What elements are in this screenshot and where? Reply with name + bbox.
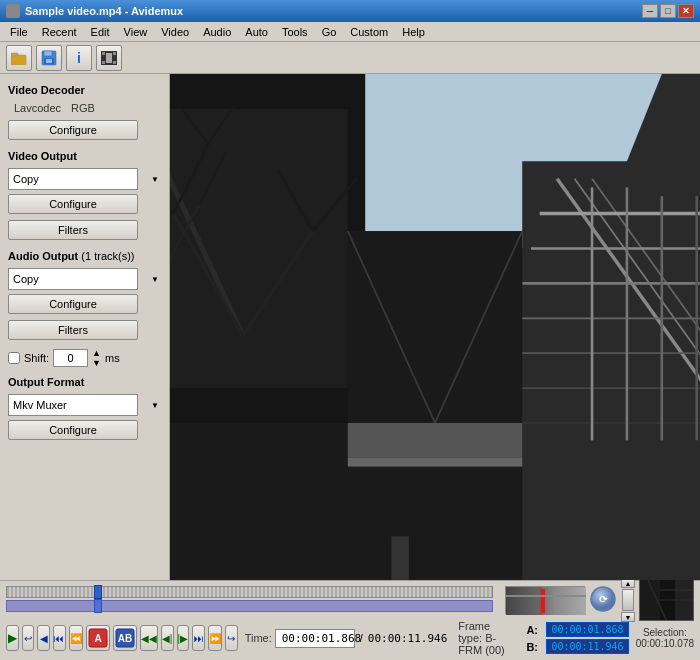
svg-rect-53 — [506, 587, 586, 615]
output-format-dropdown[interactable]: Mkv Muxer MP4 Muxer AVI Muxer TS Muxer — [8, 394, 138, 416]
shift-checkbox[interactable] — [8, 352, 20, 364]
menu-view[interactable]: View — [118, 24, 154, 40]
svg-rect-8 — [113, 52, 116, 55]
rewind-button[interactable]: ◀◀ — [140, 625, 158, 651]
configure-output-format-button[interactable]: Configure — [8, 420, 138, 440]
filters-video-button[interactable]: Filters — [8, 220, 138, 240]
minimize-button[interactable]: ─ — [642, 4, 658, 18]
svg-rect-9 — [102, 61, 105, 64]
maximize-button[interactable]: □ — [660, 4, 676, 18]
svg-rect-5 — [46, 59, 52, 63]
frame-info: Frame type: B-FRM (00) — [458, 620, 511, 656]
svg-rect-0 — [11, 55, 26, 65]
fast-back-button[interactable]: ⏪ — [69, 625, 83, 651]
menu-custom[interactable]: Custom — [344, 24, 394, 40]
menu-auto[interactable]: Auto — [239, 24, 274, 40]
mini-preview — [639, 579, 694, 621]
total-time: 00:00:11.946 — [368, 632, 447, 645]
svg-rect-7 — [102, 52, 105, 55]
track-lower[interactable] — [6, 600, 493, 612]
a-time-display: 00:00:01.868 — [546, 622, 628, 637]
output-format-dropdown-wrapper: Mkv Muxer MP4 Muxer AVI Muxer TS Muxer ▼ — [8, 394, 161, 416]
time-separator: / — [360, 632, 363, 644]
svg-rect-1 — [11, 53, 18, 56]
b-time-display: 00:00:11.946 — [546, 639, 628, 654]
skip-back-button[interactable]: ⏮ — [53, 625, 66, 651]
return-start-button[interactable]: ↩ — [22, 625, 35, 651]
ab-panel: A: 00:00:01.868 B: 00:00:11.946 — [526, 622, 628, 654]
window-controls: ─ □ ✕ — [642, 4, 694, 18]
window-title: Sample video.mp4 - Avidemux — [25, 5, 183, 17]
b-label: B: — [526, 641, 542, 653]
shift-input[interactable] — [53, 349, 88, 367]
shift-unit: ms — [105, 352, 120, 364]
close-button[interactable]: ✕ — [678, 4, 694, 18]
menu-video[interactable]: Video — [155, 24, 195, 40]
menu-go[interactable]: Go — [316, 24, 343, 40]
audio-output-title: Audio Output (1 track(s)) — [8, 250, 161, 262]
sync-icon[interactable]: ⟳ — [589, 585, 617, 615]
audio-output-dropdown-wrapper: Copy MP3 (lame) AAC None ▼ — [8, 268, 161, 290]
lavcodec-value: RGB — [71, 102, 95, 114]
shift-row: Shift: ▲▼ ms — [8, 348, 161, 368]
skip-forward-button[interactable]: ⏭ — [192, 625, 205, 651]
set-b-button[interactable]: AB — [113, 625, 137, 651]
audio-output-dropdown[interactable]: Copy MP3 (lame) AAC None — [8, 268, 138, 290]
toolbar: i — [0, 42, 700, 74]
lavcodec-row: Lavcodec RGB — [14, 102, 161, 114]
video-output-title: Video Output — [8, 150, 161, 162]
go-end-button[interactable]: ↪ — [225, 625, 238, 651]
svg-rect-3 — [44, 51, 52, 56]
svg-rect-47 — [348, 231, 522, 580]
output-format-title: Output Format — [8, 376, 161, 388]
track-upper[interactable] — [6, 586, 493, 598]
a-label: A: — [526, 624, 542, 636]
video-output-dropdown-wrapper: Copy Mpeg4 AVC (x264) Mpeg4 ASP (Xvid) N… — [8, 168, 161, 190]
video-preview-area — [170, 74, 700, 580]
timeline-thumb-upper[interactable] — [94, 585, 102, 599]
menu-file[interactable]: File — [4, 24, 34, 40]
menu-tools[interactable]: Tools — [276, 24, 314, 40]
time-label: Time: — [245, 632, 272, 644]
set-a-button[interactable]: A — [86, 625, 110, 651]
step-forward-button[interactable]: |▶ — [177, 625, 190, 651]
menu-recent[interactable]: Recent — [36, 24, 83, 40]
svg-text:A: A — [94, 633, 101, 644]
levels-display — [505, 586, 585, 614]
svg-text:AB: AB — [118, 633, 132, 644]
save-button[interactable] — [36, 45, 62, 71]
step-back-button[interactable]: ◀| — [161, 625, 174, 651]
configure-video-decoder-button[interactable]: Configure — [8, 120, 138, 140]
shift-spinner[interactable]: ▲▼ — [92, 348, 101, 368]
svg-rect-11 — [106, 53, 112, 63]
menu-edit[interactable]: Edit — [85, 24, 116, 40]
svg-rect-49 — [348, 458, 522, 467]
svg-rect-17 — [170, 109, 348, 388]
fast-forward-button[interactable]: ⏩ — [208, 625, 222, 651]
menu-help[interactable]: Help — [396, 24, 431, 40]
timeline-row: ⟳ ▲ ▼ — [0, 581, 700, 619]
configure-audio-output-button[interactable]: Configure — [8, 294, 138, 314]
menu-audio[interactable]: Audio — [197, 24, 237, 40]
configure-video-output-button[interactable]: Configure — [8, 194, 138, 214]
scroll-thumb[interactable] — [622, 589, 634, 611]
shift-label: Shift: — [24, 352, 49, 364]
title-bar: Sample video.mp4 - Avidemux ─ □ ✕ — [0, 0, 700, 22]
selection-display: Selection: 00:00:10.078 — [636, 627, 694, 649]
play-button[interactable]: ▶ — [6, 625, 19, 651]
timeline-thumb-lower[interactable] — [94, 599, 102, 613]
video-decoder-title: Video Decoder — [8, 84, 161, 96]
svg-rect-48 — [348, 423, 522, 458]
bottom-area: ⟳ ▲ ▼ ▶ — [0, 580, 700, 660]
video-output-dropdown[interactable]: Copy Mpeg4 AVC (x264) Mpeg4 ASP (Xvid) N… — [8, 168, 138, 190]
output-format-dropdown-arrow: ▼ — [151, 401, 159, 410]
info-button[interactable]: i — [66, 45, 92, 71]
main-content: Video Decoder Lavcodec RGB Configure Vid… — [0, 74, 700, 580]
open-button[interactable] — [6, 45, 32, 71]
current-time-display: 00:00:01.868 — [275, 629, 355, 648]
menu-bar: File Recent Edit View Video Audio Auto T… — [0, 22, 700, 42]
filters-audio-button[interactable]: Filters — [8, 320, 138, 340]
film-button[interactable] — [96, 45, 122, 71]
prev-frame-button[interactable]: ◀ — [37, 625, 50, 651]
lavcodec-label: Lavcodec — [14, 102, 61, 114]
